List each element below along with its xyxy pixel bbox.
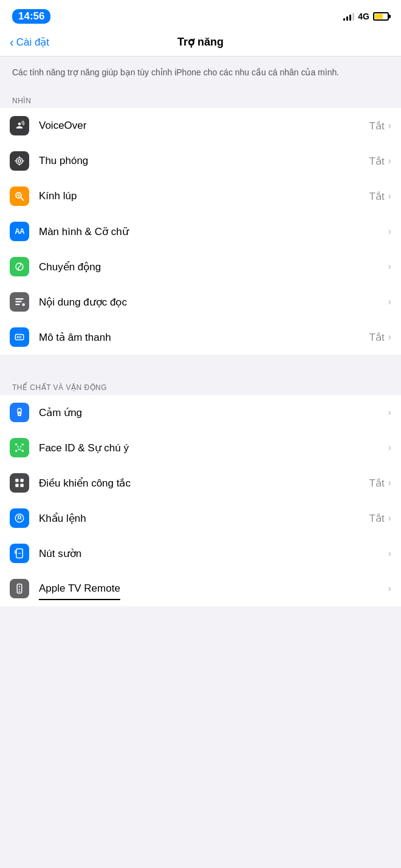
mo-ta-icon xyxy=(10,327,29,347)
thu-phong-label: Thu phóng xyxy=(39,155,369,167)
nhin-group: VoiceOver Tắt › Thu phóng Tắt › xyxy=(0,108,401,355)
cam-ung-icon xyxy=(10,403,29,422)
kinh-lup-item[interactable]: Kính lúp Tắt › xyxy=(0,179,401,214)
svg-rect-12 xyxy=(15,298,24,299)
cam-ung-item[interactable]: Cảm ứng › xyxy=(0,395,401,430)
dieu-khien-chevron-icon: › xyxy=(388,477,391,488)
nut-suon-chevron-icon: › xyxy=(388,548,391,559)
svg-rect-13 xyxy=(15,301,22,302)
description-section: Các tính năng trợ năng giúp bạn tùy chỉn… xyxy=(0,56,401,85)
thu-phong-chevron-icon: › xyxy=(388,155,391,166)
khau-lenh-chevron-icon: › xyxy=(388,513,391,524)
status-time: 14:56 xyxy=(12,9,50,24)
svg-rect-42 xyxy=(19,591,21,592)
voiceover-value: Tắt xyxy=(369,120,385,132)
page-title: Trợ năng xyxy=(177,35,224,49)
status-icons: 4G ⚡ xyxy=(343,12,389,21)
cam-ung-chevron-icon: › xyxy=(388,407,391,418)
dieu-khien-icon xyxy=(10,473,29,493)
svg-rect-30 xyxy=(21,484,24,487)
voiceover-item[interactable]: VoiceOver Tắt › xyxy=(0,108,401,143)
the-chat-group: Cảm ứng › Face ID & Sự chú ý › xyxy=(0,395,401,606)
chuyen-dong-icon xyxy=(10,257,29,276)
svg-point-34 xyxy=(21,519,22,520)
man-hinh-item[interactable]: AA Màn hình & Cỡ chữ › xyxy=(0,214,401,249)
mo-ta-item[interactable]: Mô tả âm thanh Tắt › xyxy=(0,320,401,355)
svg-point-1 xyxy=(16,158,23,165)
svg-rect-24 xyxy=(22,450,24,452)
back-chevron-icon: ‹ xyxy=(10,36,14,48)
face-id-chevron-icon: › xyxy=(388,442,391,453)
mo-ta-label: Mô tả âm thanh xyxy=(39,331,369,344)
svg-rect-21 xyxy=(15,443,17,445)
nav-bar: ‹ Cài đặt Trợ năng xyxy=(0,30,401,56)
dieu-khien-label: Điều khiển công tắc xyxy=(39,477,369,490)
man-hinh-chevron-icon: › xyxy=(388,226,391,237)
svg-point-0 xyxy=(18,123,21,126)
kinh-lup-icon xyxy=(10,186,29,206)
apple-tv-item[interactable]: Apple TV Remote › xyxy=(0,571,401,606)
dieu-khien-value: Tắt xyxy=(369,477,385,490)
svg-rect-41 xyxy=(19,589,21,590)
svg-rect-22 xyxy=(22,443,24,445)
kinh-lup-value: Tắt xyxy=(369,190,385,203)
mo-ta-value: Tắt xyxy=(369,331,385,344)
noi-dung-label: Nội dung được đọc xyxy=(39,296,388,309)
nut-suon-label: Nút sườn xyxy=(39,547,388,560)
svg-point-33 xyxy=(18,519,19,520)
face-id-icon xyxy=(10,438,29,457)
kinh-lup-label: Kính lúp xyxy=(39,190,369,202)
face-id-label: Face ID & Sự chú ý xyxy=(39,442,388,454)
section-spacer-bottom xyxy=(0,606,401,628)
section-header-nhin: NHÌN xyxy=(0,90,401,108)
svg-point-25 xyxy=(18,446,19,447)
khau-lenh-icon xyxy=(10,508,29,528)
noi-dung-item[interactable]: Nội dung được đọc › xyxy=(0,284,401,320)
battery-icon: ⚡ xyxy=(373,12,389,21)
battery-bolt-icon: ⚡ xyxy=(375,13,382,19)
svg-point-15 xyxy=(22,303,26,306)
khau-lenh-label: Khẩu lệnh xyxy=(39,512,369,525)
chuyen-dong-item[interactable]: Chuyển động › xyxy=(0,249,401,284)
thu-phong-icon xyxy=(10,151,29,171)
voiceover-icon xyxy=(10,116,29,135)
network-type: 4G xyxy=(358,12,369,21)
spacer-top xyxy=(0,85,401,90)
svg-rect-27 xyxy=(15,479,18,482)
back-label: Cài đặt xyxy=(16,36,49,49)
cam-ung-label: Cảm ứng xyxy=(39,406,388,419)
svg-rect-28 xyxy=(21,479,24,482)
voiceover-label: VoiceOver xyxy=(39,120,369,132)
thu-phong-item[interactable]: Thu phóng Tắt › xyxy=(0,143,401,179)
chuyen-dong-label: Chuyển động xyxy=(39,261,388,273)
voiceover-chevron-icon: › xyxy=(388,120,391,131)
description-text: Các tính năng trợ năng giúp bạn tùy chỉn… xyxy=(12,66,389,79)
face-id-item[interactable]: Face ID & Sự chú ý › xyxy=(0,430,401,465)
man-hinh-icon: AA xyxy=(10,222,29,241)
section-header-nhin-label: NHÌN xyxy=(12,97,31,105)
mo-ta-chevron-icon: › xyxy=(388,332,391,343)
khau-lenh-value: Tắt xyxy=(369,512,385,525)
svg-rect-23 xyxy=(15,450,17,452)
apple-tv-icon xyxy=(10,579,29,598)
status-bar: 14:56 4G ⚡ xyxy=(0,0,401,30)
svg-point-32 xyxy=(18,516,21,519)
thu-phong-value: Tắt xyxy=(369,155,385,168)
battery-fill: ⚡ xyxy=(375,14,383,19)
dieu-khien-item[interactable]: Điều khiển công tắc Tắt › xyxy=(0,465,401,501)
section-spacer-1 xyxy=(0,355,401,377)
noi-dung-chevron-icon: › xyxy=(388,296,391,307)
back-button[interactable]: ‹ Cài đặt xyxy=(10,36,49,49)
svg-point-2 xyxy=(18,160,21,163)
man-hinh-label: Màn hình & Cỡ chữ xyxy=(39,225,388,238)
noi-dung-icon xyxy=(10,292,29,312)
svg-point-17 xyxy=(17,337,19,338)
chuyen-dong-chevron-icon: › xyxy=(388,261,391,272)
section-header-the-chat: THỂ CHẤT VÀ VẬN ĐỘNG xyxy=(0,377,401,395)
khau-lenh-item[interactable]: Khẩu lệnh Tắt › xyxy=(0,501,401,536)
svg-point-20 xyxy=(19,414,20,415)
apple-tv-label: Apple TV Remote xyxy=(39,583,388,595)
svg-line-8 xyxy=(21,197,24,200)
nut-suon-item[interactable]: Nút sườn › xyxy=(0,536,401,571)
section-header-the-chat-label: THỂ CHẤT VÀ VẬN ĐỘNG xyxy=(12,383,107,392)
